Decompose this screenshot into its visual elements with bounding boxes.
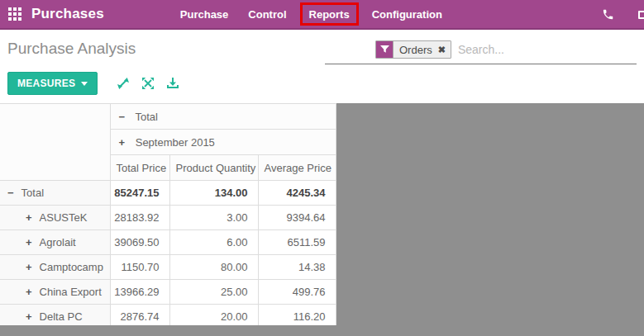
row-header-asustek[interactable]: +ASUSTeK bbox=[0, 206, 110, 230]
expand-icon[interactable]: + bbox=[26, 286, 32, 298]
search-bar: Orders ✖ bbox=[325, 40, 637, 64]
table-row: +ASUSTeK 28183.92 3.00 9394.64 bbox=[0, 206, 336, 230]
menu-item-reports[interactable]: Reports bbox=[309, 4, 350, 25]
col-group-total[interactable]: − Total bbox=[110, 104, 336, 130]
col-header-product-quantity[interactable]: Product Quantity bbox=[169, 155, 258, 181]
measures-button[interactable]: MEASURES bbox=[7, 72, 98, 95]
search-facet-orders: Orders ✖ bbox=[375, 40, 451, 59]
cell-value: 25.00 bbox=[169, 280, 258, 305]
expand-icon[interactable]: + bbox=[26, 261, 32, 273]
collapse-icon[interactable]: − bbox=[119, 111, 126, 123]
pivot-corner-cell bbox=[0, 104, 110, 181]
control-panel: Purchase Analysis Orders ✖ MEASURES bbox=[0, 30, 644, 103]
phone-icon[interactable] bbox=[602, 8, 614, 21]
table-row: +China Export 13966.29 25.00 499.76 bbox=[0, 280, 336, 305]
cell-value: 3.00 bbox=[169, 206, 258, 230]
row-header-total[interactable]: −Total bbox=[0, 181, 110, 206]
cell-value: 6.00 bbox=[169, 230, 258, 255]
menu-item-control[interactable]: Control bbox=[248, 4, 286, 25]
cell-value: 14.38 bbox=[258, 255, 336, 280]
col-group-total-label: Total bbox=[135, 111, 157, 123]
cell-value: 2876.74 bbox=[110, 305, 169, 326]
menu-item-purchase[interactable]: Purchase bbox=[180, 4, 229, 25]
app-title: Purchases bbox=[31, 6, 104, 22]
cell-value: 499.76 bbox=[258, 280, 336, 305]
row-header-china-export[interactable]: +China Export bbox=[0, 280, 110, 305]
row-label: ASUSTeK bbox=[40, 211, 88, 224]
table-row: +Agrolait 39069.50 6.00 6511.59 bbox=[0, 230, 336, 255]
cell-value: 85247.15 bbox=[110, 181, 169, 206]
page-title: Purchase Analysis bbox=[7, 40, 136, 58]
row-header-agrolait[interactable]: +Agrolait bbox=[0, 230, 110, 255]
apps-grid-icon[interactable] bbox=[8, 7, 21, 21]
download-icon[interactable] bbox=[166, 77, 179, 90]
table-row: +Delta PC 2876.74 20.00 116.20 bbox=[0, 305, 336, 326]
measures-button-label: MEASURES bbox=[17, 78, 75, 89]
pivot-table: − Total + September 2015 Total Price Pro… bbox=[0, 103, 336, 325]
content-background: − Total + September 2015 Total Price Pro… bbox=[0, 103, 644, 336]
filter-funnel-icon bbox=[376, 41, 394, 58]
row-label: Total bbox=[21, 187, 44, 199]
row-label: Delta PC bbox=[40, 310, 83, 323]
cell-value: 80.00 bbox=[169, 255, 258, 280]
chevron-down-icon bbox=[81, 82, 88, 86]
col-header-total-price[interactable]: Total Price bbox=[110, 155, 169, 181]
cell-value: 13966.29 bbox=[110, 280, 169, 305]
top-navbar: Purchases Purchase Control Reports Confi… bbox=[0, 0, 644, 30]
cell-value: 6511.59 bbox=[258, 230, 336, 255]
expand-icon[interactable]: + bbox=[119, 136, 126, 149]
message-icon[interactable] bbox=[638, 11, 644, 19]
pivot-toolbar: MEASURES bbox=[7, 72, 185, 95]
expand-icon[interactable]: + bbox=[26, 211, 32, 224]
facet-label: Orders bbox=[394, 41, 438, 58]
cell-value: 39069.50 bbox=[110, 230, 169, 255]
cell-value: 134.00 bbox=[169, 181, 258, 206]
expand-icon[interactable]: + bbox=[26, 236, 32, 248]
row-header-camptocamp[interactable]: +Camptocamp bbox=[0, 255, 110, 280]
table-row: +Camptocamp 1150.70 80.00 14.38 bbox=[0, 255, 336, 280]
row-label: Camptocamp bbox=[40, 261, 103, 273]
cell-value: 116.20 bbox=[258, 305, 336, 326]
facet-remove-icon[interactable]: ✖ bbox=[438, 41, 451, 58]
menu-item-configuration[interactable]: Configuration bbox=[372, 4, 442, 25]
cell-value: 4245.34 bbox=[258, 181, 336, 206]
row-label: Agrolait bbox=[40, 236, 76, 248]
collapse-icon[interactable]: − bbox=[7, 187, 14, 199]
cell-value: 9394.64 bbox=[258, 206, 336, 230]
search-input[interactable] bbox=[451, 40, 637, 59]
top-menu: Purchase Control Reports Configuration bbox=[170, 2, 452, 26]
row-label: China Export bbox=[40, 286, 102, 298]
col-group-period-label: September 2015 bbox=[136, 136, 215, 149]
cell-value: 28183.92 bbox=[110, 206, 169, 230]
expand-icon[interactable]: + bbox=[26, 310, 32, 323]
col-header-average-price[interactable]: Average Price bbox=[258, 155, 336, 181]
col-group-period[interactable]: + September 2015 bbox=[110, 130, 336, 155]
cell-value: 20.00 bbox=[169, 305, 258, 326]
flip-axis-icon[interactable] bbox=[117, 77, 130, 90]
row-header-delta-pc[interactable]: +Delta PC bbox=[0, 305, 110, 326]
expand-all-icon[interactable] bbox=[141, 77, 155, 90]
table-row: −Total 85247.15 134.00 4245.34 bbox=[0, 181, 336, 206]
cell-value: 1150.70 bbox=[110, 255, 169, 280]
annotation-highlight-box: Reports bbox=[300, 2, 359, 26]
